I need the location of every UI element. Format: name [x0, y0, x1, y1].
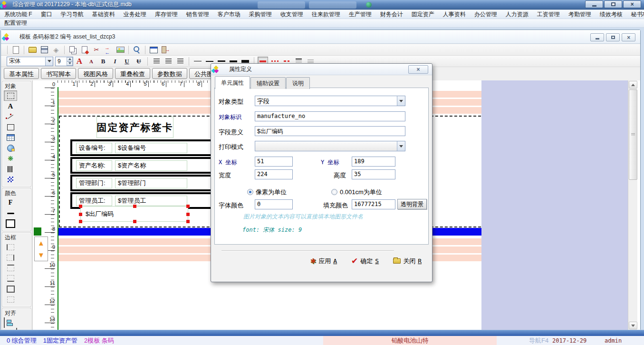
selection-handle[interactable]: [79, 220, 82, 223]
font-color-icon[interactable]: [4, 197, 17, 208]
close-dialog-button[interactable]: 关闭 R: [393, 256, 422, 266]
menu-item[interactable]: 往来款管理: [308, 10, 345, 19]
field-value[interactable]: $设备编号: [115, 143, 187, 153]
border-top-icon[interactable]: [4, 263, 17, 273]
nav-hotkey[interactable]: 导航F4: [529, 336, 548, 345]
font-family-select[interactable]: 宋体: [7, 57, 53, 66]
print-mode-select[interactable]: [255, 141, 405, 151]
table-object-icon[interactable]: [4, 132, 17, 143]
menu-item[interactable]: 秘书功能: [627, 10, 644, 19]
radio-selected-icon[interactable]: [247, 189, 253, 195]
scroll-down-icon[interactable]: [629, 322, 637, 329]
mdi-minimize-button[interactable]: [590, 33, 604, 41]
chevron-down-icon[interactable]: [45, 57, 53, 66]
mdi-maximize-button[interactable]: [606, 33, 620, 41]
tab-cell-properties[interactable]: 单元属性: [215, 76, 250, 89]
menu-item[interactable]: 人事资料: [439, 10, 470, 19]
border-left-icon[interactable]: [4, 242, 17, 252]
scrollbar-thumb[interactable]: [629, 89, 637, 180]
menu-item[interactable]: 配置管理: [0, 19, 31, 28]
transparent-bg-button[interactable]: 透明背景: [397, 199, 427, 209]
object-id-input[interactable]: manufacture_no: [255, 111, 405, 121]
tab-button[interactable]: 重叠检查: [115, 68, 150, 79]
border-bottom-icon[interactable]: [4, 273, 17, 284]
chevron-down-icon[interactable]: [397, 96, 405, 106]
fill-color-input[interactable]: 16777215: [352, 199, 395, 209]
field-value[interactable]: $管理员工: [115, 196, 187, 206]
rect-object-icon[interactable]: [4, 122, 17, 132]
menu-item[interactable]: 办公管理: [470, 10, 501, 19]
mdi-titlebar[interactable]: 模板 条码标签2 编号 asset_list_dzcp3 ×: [1, 30, 640, 44]
x-coord-input[interactable]: 51: [255, 157, 293, 167]
menu-item[interactable]: 采购管理: [245, 10, 276, 19]
align-left-icon[interactable]: [4, 317, 17, 328]
tab-button[interactable]: 基本属性: [4, 68, 39, 79]
field-value[interactable]: $资产名称: [115, 160, 187, 171]
menu-item[interactable]: 考勤管理: [564, 10, 596, 19]
menu-item[interactable]: 系统功能 F: [0, 10, 37, 19]
scroll-up-icon[interactable]: [629, 81, 637, 89]
menu-item[interactable]: 业务处理: [119, 10, 151, 19]
selection-handle[interactable]: [79, 205, 82, 208]
mdi-close-button[interactable]: ×: [622, 33, 635, 41]
selection-handle[interactable]: [79, 213, 82, 216]
selection-handle[interactable]: [186, 205, 190, 208]
selection-handle[interactable]: [186, 220, 190, 223]
text-object-icon[interactable]: [4, 101, 17, 111]
field-meaning-input[interactable]: $出厂编码: [255, 126, 405, 136]
menu-item[interactable]: 库存管理: [151, 10, 182, 19]
cut-icon[interactable]: [91, 45, 102, 55]
width-input[interactable]: 224: [255, 169, 293, 179]
ok-button[interactable]: ✔ 确定 S: [351, 256, 379, 266]
dialog-close-button[interactable]: ×: [408, 65, 428, 74]
select-tool-icon[interactable]: [4, 90, 17, 101]
menu-item[interactable]: 人力资源: [501, 10, 533, 19]
font-enlarge-icon[interactable]: A: [74, 57, 85, 66]
open-window-item[interactable]: 1固定资产管: [43, 336, 77, 345]
spin-up-icon[interactable]: [67, 57, 73, 61]
close-button[interactable]: ×: [623, 0, 641, 8]
strikethrough-icon[interactable]: U: [134, 57, 144, 66]
menu-item[interactable]: 财务会计: [376, 10, 407, 19]
copy-icon[interactable]: [67, 45, 78, 55]
selection-handle[interactable]: [133, 220, 136, 223]
minimize-button[interactable]: [585, 0, 603, 8]
menu-item[interactable]: 窗口: [37, 10, 57, 19]
new-window-icon[interactable]: [148, 45, 159, 55]
underline-icon[interactable]: U: [122, 57, 132, 66]
line-color-icon[interactable]: [4, 208, 17, 218]
field-value[interactable]: $管理部门: [115, 178, 187, 188]
align-text-right-icon[interactable]: [175, 57, 185, 66]
align-text-left-icon[interactable]: [151, 57, 162, 66]
maximize-button[interactable]: [604, 0, 622, 8]
open-window-item[interactable]: 2模板 条码: [84, 336, 114, 345]
unit-cm-radio[interactable]: 0.001cm为单位: [331, 188, 382, 197]
menu-item[interactable]: 绩效考核: [596, 10, 627, 19]
font-size-input[interactable]: 9: [55, 57, 73, 66]
menu-item[interactable]: 销售管理: [182, 10, 213, 19]
nudge-up-icon[interactable]: ▲: [38, 240, 45, 246]
tab-button[interactable]: 视图风格: [78, 68, 113, 79]
menu-item[interactable]: 收支管理: [276, 10, 308, 19]
menu-item[interactable]: 生产管理: [345, 10, 376, 19]
exit-icon[interactable]: [160, 45, 171, 55]
border-box-icon[interactable]: [4, 284, 17, 294]
menu-item[interactable]: 工资管理: [533, 10, 564, 19]
field-label[interactable]: 管理部门:: [76, 178, 112, 188]
print-preview-icon[interactable]: [132, 45, 142, 55]
font-color-input[interactable]: 0: [255, 199, 293, 209]
menu-item[interactable]: 基础资料: [88, 10, 119, 19]
paste-special-icon[interactable]: [79, 45, 90, 55]
open-window-item[interactable]: 0 综合管理: [7, 336, 37, 345]
italic-icon[interactable]: I: [110, 57, 120, 66]
menu-item[interactable]: 固定资产: [407, 10, 439, 19]
unit-pixel-radio[interactable]: 像素为单位: [247, 188, 287, 197]
swap-arrows-icon[interactable]: [103, 45, 114, 55]
radio-icon[interactable]: [331, 189, 337, 195]
label-title-object[interactable]: 固定资产标签卡: [96, 117, 173, 138]
hairline-icon[interactable]: [192, 57, 203, 66]
border-none-icon[interactable]: [4, 294, 17, 305]
save-icon[interactable]: [39, 45, 49, 55]
apply-button[interactable]: ✱ 应用 A: [310, 256, 337, 266]
fill-color-icon[interactable]: [4, 218, 17, 229]
